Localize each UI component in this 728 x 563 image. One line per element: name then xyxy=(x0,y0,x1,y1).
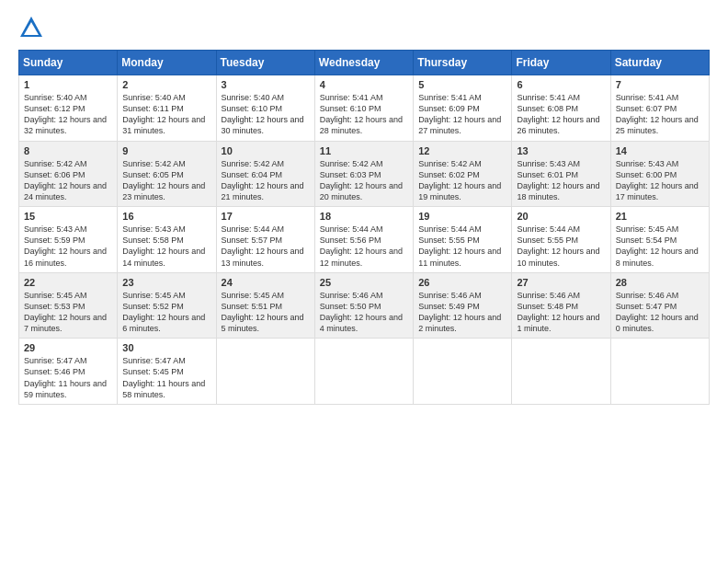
calendar-cell xyxy=(314,339,413,405)
cell-content: Sunrise: 5:42 AM Sunset: 6:03 PM Dayligh… xyxy=(320,159,403,201)
cell-content: Sunrise: 5:46 AM Sunset: 5:47 PM Dayligh… xyxy=(616,291,699,333)
day-number: 19 xyxy=(418,211,506,222)
calendar-cell: 30Sunrise: 5:47 AM Sunset: 5:45 PM Dayli… xyxy=(118,339,216,405)
calendar-cell: 5Sunrise: 5:41 AM Sunset: 6:09 PM Daylig… xyxy=(414,75,512,142)
day-number: 16 xyxy=(122,211,210,222)
day-number: 25 xyxy=(320,277,408,288)
day-number: 26 xyxy=(418,277,506,288)
day-number: 4 xyxy=(320,79,408,90)
cell-content: Sunrise: 5:45 AM Sunset: 5:54 PM Dayligh… xyxy=(616,224,699,267)
cell-content: Sunrise: 5:43 AM Sunset: 5:58 PM Dayligh… xyxy=(122,224,205,267)
calendar-cell: 13Sunrise: 5:43 AM Sunset: 6:01 PM Dayli… xyxy=(512,141,610,207)
calendar-cell: 2Sunrise: 5:40 AM Sunset: 6:11 PM Daylig… xyxy=(118,75,216,142)
cell-content: Sunrise: 5:45 AM Sunset: 5:53 PM Dayligh… xyxy=(24,291,107,333)
day-number: 11 xyxy=(320,145,408,156)
day-number: 14 xyxy=(616,145,704,156)
day-number: 1 xyxy=(24,79,112,90)
cell-content: Sunrise: 5:42 AM Sunset: 6:06 PM Dayligh… xyxy=(24,159,107,201)
calendar-cell: 24Sunrise: 5:45 AM Sunset: 5:51 PM Dayli… xyxy=(216,272,314,339)
calendar-cell: 4Sunrise: 5:41 AM Sunset: 6:10 PM Daylig… xyxy=(314,75,413,142)
day-number: 13 xyxy=(517,145,605,156)
calendar-cell: 21Sunrise: 5:45 AM Sunset: 5:54 PM Dayli… xyxy=(610,207,709,273)
day-number: 12 xyxy=(418,145,506,156)
day-number: 9 xyxy=(122,145,210,156)
calendar-cell: 9Sunrise: 5:42 AM Sunset: 6:05 PM Daylig… xyxy=(118,141,216,207)
calendar-cell: 7Sunrise: 5:41 AM Sunset: 6:07 PM Daylig… xyxy=(610,75,709,142)
day-number: 30 xyxy=(122,342,210,353)
cell-content: Sunrise: 5:41 AM Sunset: 6:08 PM Dayligh… xyxy=(517,93,599,135)
cell-content: Sunrise: 5:45 AM Sunset: 5:51 PM Dayligh… xyxy=(222,291,304,333)
day-number: 17 xyxy=(222,211,310,222)
cell-content: Sunrise: 5:46 AM Sunset: 5:48 PM Dayligh… xyxy=(517,291,599,333)
day-number: 15 xyxy=(24,211,112,222)
calendar-cell: 23Sunrise: 5:45 AM Sunset: 5:52 PM Dayli… xyxy=(118,272,216,339)
day-number: 29 xyxy=(24,342,112,353)
cell-content: Sunrise: 5:42 AM Sunset: 6:05 PM Dayligh… xyxy=(122,159,205,201)
calendar-cell: 3Sunrise: 5:40 AM Sunset: 6:10 PM Daylig… xyxy=(216,75,314,142)
calendar-cell: 16Sunrise: 5:43 AM Sunset: 5:58 PM Dayli… xyxy=(118,207,216,273)
calendar-cell: 28Sunrise: 5:46 AM Sunset: 5:47 PM Dayli… xyxy=(610,272,709,339)
day-number: 21 xyxy=(616,211,704,222)
calendar-week-3: 15Sunrise: 5:43 AM Sunset: 5:59 PM Dayli… xyxy=(19,207,710,273)
cell-content: Sunrise: 5:41 AM Sunset: 6:07 PM Dayligh… xyxy=(616,93,699,135)
day-number: 28 xyxy=(616,277,704,288)
cell-content: Sunrise: 5:44 AM Sunset: 5:57 PM Dayligh… xyxy=(222,224,304,267)
calendar-cell: 27Sunrise: 5:46 AM Sunset: 5:48 PM Dayli… xyxy=(512,272,610,339)
day-header-sunday: Sunday xyxy=(19,51,118,75)
day-header-thursday: Thursday xyxy=(414,51,512,75)
calendar: SundayMondayTuesdayWednesdayThursdayFrid… xyxy=(18,50,710,405)
calendar-cell: 15Sunrise: 5:43 AM Sunset: 5:59 PM Dayli… xyxy=(19,207,118,273)
day-header-saturday: Saturday xyxy=(610,51,709,75)
calendar-cell: 25Sunrise: 5:46 AM Sunset: 5:50 PM Dayli… xyxy=(314,272,413,339)
calendar-cell: 20Sunrise: 5:44 AM Sunset: 5:55 PM Dayli… xyxy=(512,207,610,273)
calendar-week-5: 29Sunrise: 5:47 AM Sunset: 5:46 PM Dayli… xyxy=(19,339,710,405)
calendar-cell: 22Sunrise: 5:45 AM Sunset: 5:53 PM Dayli… xyxy=(19,272,118,339)
cell-content: Sunrise: 5:47 AM Sunset: 5:45 PM Dayligh… xyxy=(122,356,205,398)
calendar-cell xyxy=(512,339,610,405)
calendar-cell xyxy=(216,339,314,405)
cell-content: Sunrise: 5:44 AM Sunset: 5:56 PM Dayligh… xyxy=(320,224,403,267)
calendar-cell: 8Sunrise: 5:42 AM Sunset: 6:06 PM Daylig… xyxy=(19,141,118,207)
calendar-header-row: SundayMondayTuesdayWednesdayThursdayFrid… xyxy=(19,51,710,75)
cell-content: Sunrise: 5:40 AM Sunset: 6:11 PM Dayligh… xyxy=(122,93,205,135)
cell-content: Sunrise: 5:43 AM Sunset: 5:59 PM Dayligh… xyxy=(24,224,107,267)
calendar-cell: 26Sunrise: 5:46 AM Sunset: 5:49 PM Dayli… xyxy=(414,272,512,339)
calendar-cell: 6Sunrise: 5:41 AM Sunset: 6:08 PM Daylig… xyxy=(512,75,610,142)
cell-content: Sunrise: 5:44 AM Sunset: 5:55 PM Dayligh… xyxy=(517,224,599,267)
day-number: 22 xyxy=(24,277,112,288)
day-header-wednesday: Wednesday xyxy=(314,51,413,75)
calendar-cell: 19Sunrise: 5:44 AM Sunset: 5:55 PM Dayli… xyxy=(414,207,512,273)
calendar-cell: 12Sunrise: 5:42 AM Sunset: 6:02 PM Dayli… xyxy=(414,141,512,207)
cell-content: Sunrise: 5:42 AM Sunset: 6:04 PM Dayligh… xyxy=(222,159,304,201)
cell-content: Sunrise: 5:41 AM Sunset: 6:09 PM Dayligh… xyxy=(418,93,501,135)
day-number: 3 xyxy=(222,79,310,90)
day-number: 5 xyxy=(418,79,506,90)
day-header-tuesday: Tuesday xyxy=(216,51,314,75)
day-number: 7 xyxy=(616,79,704,90)
cell-content: Sunrise: 5:46 AM Sunset: 5:49 PM Dayligh… xyxy=(418,291,501,333)
day-number: 24 xyxy=(222,277,310,288)
calendar-cell: 18Sunrise: 5:44 AM Sunset: 5:56 PM Dayli… xyxy=(314,207,413,273)
calendar-week-1: 1Sunrise: 5:40 AM Sunset: 6:12 PM Daylig… xyxy=(19,75,710,142)
calendar-cell: 11Sunrise: 5:42 AM Sunset: 6:03 PM Dayli… xyxy=(314,141,413,207)
day-number: 2 xyxy=(122,79,210,90)
cell-content: Sunrise: 5:45 AM Sunset: 5:52 PM Dayligh… xyxy=(122,291,205,333)
day-number: 6 xyxy=(517,79,605,90)
cell-content: Sunrise: 5:43 AM Sunset: 6:01 PM Dayligh… xyxy=(517,159,599,201)
day-number: 20 xyxy=(517,211,605,222)
calendar-week-4: 22Sunrise: 5:45 AM Sunset: 5:53 PM Dayli… xyxy=(19,272,710,339)
calendar-cell: 17Sunrise: 5:44 AM Sunset: 5:57 PM Dayli… xyxy=(216,207,314,273)
day-number: 8 xyxy=(24,145,112,156)
calendar-cell: 14Sunrise: 5:43 AM Sunset: 6:00 PM Dayli… xyxy=(610,141,709,207)
logo xyxy=(18,15,48,40)
cell-content: Sunrise: 5:47 AM Sunset: 5:46 PM Dayligh… xyxy=(24,356,107,398)
day-header-monday: Monday xyxy=(118,51,216,75)
calendar-cell: 10Sunrise: 5:42 AM Sunset: 6:04 PM Dayli… xyxy=(216,141,314,207)
calendar-week-2: 8Sunrise: 5:42 AM Sunset: 6:06 PM Daylig… xyxy=(19,141,710,207)
logo-icon xyxy=(18,15,44,40)
cell-content: Sunrise: 5:46 AM Sunset: 5:50 PM Dayligh… xyxy=(320,291,403,333)
cell-content: Sunrise: 5:41 AM Sunset: 6:10 PM Dayligh… xyxy=(320,93,403,135)
calendar-cell: 29Sunrise: 5:47 AM Sunset: 5:46 PM Dayli… xyxy=(19,339,118,405)
cell-content: Sunrise: 5:40 AM Sunset: 6:10 PM Dayligh… xyxy=(222,93,304,135)
day-number: 27 xyxy=(517,277,605,288)
